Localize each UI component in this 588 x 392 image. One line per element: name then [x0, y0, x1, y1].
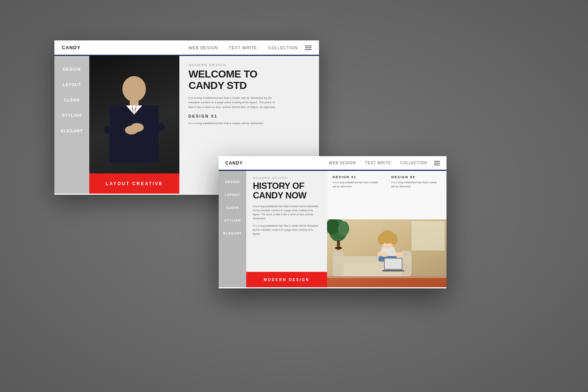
window2-content-area: MODERN DESIGN HISTORY OF CANDY NOW It is… [246, 171, 447, 287]
window2-body-text1: It is a long established fact that a rea… [253, 204, 320, 221]
window1-design-label: DESIGN 01 [189, 114, 310, 118]
window1-nav-collection[interactable]: COLLECTION [268, 46, 298, 50]
window1-sidebar-clean[interactable]: CLEAN [64, 98, 80, 102]
window2-design1-text: It is a long established fact that a rea… [333, 181, 382, 188]
window1-nav-webdesign[interactable]: WEB DESIGN [189, 46, 218, 50]
window2-left-content: MODERN DESIGN HISTORY OF CANDY NOW It is… [246, 171, 327, 287]
window2-design2-label: DESIGN 02 [391, 175, 441, 179]
window1-subtitle: MODERN DESIGN [189, 63, 310, 67]
window2-template-line [240, 269, 240, 280]
window2-sidebar-design[interactable]: DESIGN [225, 180, 240, 184]
window1-hamburger-icon[interactable] [305, 46, 312, 50]
window2-body: DESIGN LAYOUT CLEAN STYLISH ELEGANT TEMP… [219, 171, 447, 287]
svg-rect-32 [397, 252, 404, 257]
window2-subtitle: MODERN DESIGN [253, 176, 320, 180]
window1-sidebar-stylish[interactable]: STYLISH [62, 113, 82, 118]
window2-sidebar: DESIGN LAYOUT CLEAN STYLISH ELEGANT TEMP… [219, 171, 246, 287]
window2-design2-text: It is a long established fact that a rea… [391, 181, 441, 188]
svg-point-0 [122, 76, 146, 102]
window1-sidebar-elegant[interactable]: ELEGANT [61, 129, 83, 133]
window2-photo-area [327, 219, 447, 287]
window2-body-text2: It is a long established fact that a rea… [253, 224, 320, 236]
window2-sidebar-elegant[interactable]: ELEGANT [223, 231, 241, 235]
window2: CANDY WEB DESIGN TEXT WRITE COLLECTION D… [219, 156, 447, 288]
window2-navbar: CANDY WEB DESIGN TEXT WRITE COLLECTION [219, 156, 447, 171]
window1-nav-links: WEB DESIGN TEXT WRITE COLLECTION [189, 46, 298, 50]
svg-point-26 [390, 234, 398, 245]
svg-point-18 [338, 221, 349, 236]
window2-nav-webdesign[interactable]: WEB DESIGN [329, 161, 356, 165]
window1-sidebar: DESIGN LAYOUT CLEAN STYLISH ELEGANT [54, 56, 89, 194]
window1-cta-text: LAYOUT CREATIVE [105, 181, 163, 186]
svg-point-25 [378, 234, 385, 245]
window2-cta-text: MODERN DESIGN [264, 278, 310, 282]
window1-navbar: CANDY WEB DESIGN TEXT WRITE COLLECTION [54, 40, 319, 56]
window2-nav-collection[interactable]: COLLECTION [400, 161, 427, 165]
window2-sidebar-clean[interactable]: CLEAN [226, 206, 239, 209]
svg-rect-15 [412, 221, 445, 251]
window2-nav-links: WEB DESIGN TEXT WRITE COLLECTION [329, 161, 427, 165]
window1-sidebar-layout[interactable]: LAYOUT [62, 82, 81, 87]
page-container: CANDY WEB DESIGN TEXT WRITE COLLECTION D… [0, 0, 588, 392]
window1-title: WELCOME TO CANDY STD [189, 69, 310, 91]
window2-nav-textwrite[interactable]: TEXT WRITE [365, 161, 391, 165]
window2-design1-label: DESIGN 01 [333, 175, 382, 179]
svg-rect-30 [382, 270, 404, 271]
window2-designs-row: DESIGN 01 It is a long established fact … [333, 175, 441, 188]
window1-nav-textwrite[interactable]: TEXT WRITE [229, 46, 257, 50]
window1-design-text: It is a long established fact that a rea… [189, 121, 310, 126]
window2-design1: DESIGN 01 It is a long established fact … [333, 175, 382, 188]
window2-cta-button[interactable]: MODERN DESIGN [246, 272, 327, 287]
window2-title: HISTORY OF CANDY NOW [253, 181, 320, 201]
svg-rect-31 [381, 252, 388, 257]
window2-right-panel: DESIGN 01 It is a long established fact … [327, 171, 447, 287]
svg-rect-29 [385, 259, 402, 269]
window2-sidebar-stylish[interactable]: STYLISH [224, 219, 241, 222]
window2-main: MODERN DESIGN HISTORY OF CANDY NOW It is… [246, 171, 447, 287]
svg-rect-20 [335, 247, 342, 249]
window2-brand: CANDY [225, 161, 243, 166]
window1-body-text: It is a long established fact that a rea… [189, 96, 277, 110]
window2-interior-scene [327, 219, 447, 287]
window1-cta-button[interactable]: LAYOUT CREATIVE [89, 173, 179, 194]
window2-sidebar-layout[interactable]: LAYOUT [225, 193, 240, 197]
svg-point-8 [130, 123, 144, 132]
window2-hamburger-icon[interactable] [434, 161, 440, 165]
window1-sidebar-design[interactable]: DESIGN [63, 67, 80, 71]
window1-brand: CANDY [62, 45, 80, 50]
window1-image-area: LAYOUT CREATIVE [89, 56, 179, 194]
person-silhouette [89, 69, 179, 173]
window2-design2: DESIGN 02 It is a long established fact … [391, 175, 441, 188]
